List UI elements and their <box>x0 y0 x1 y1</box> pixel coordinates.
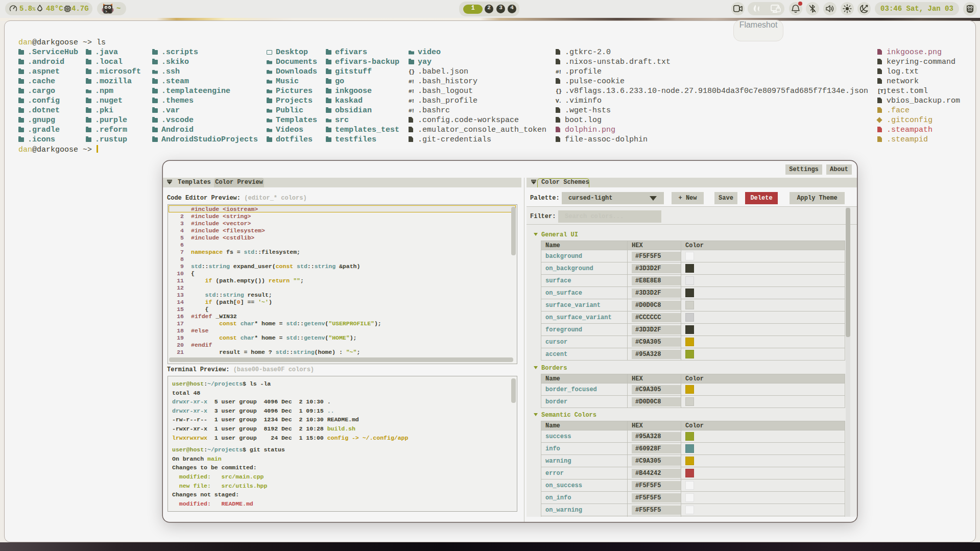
svg-text:>_: >_ <box>105 10 109 14</box>
